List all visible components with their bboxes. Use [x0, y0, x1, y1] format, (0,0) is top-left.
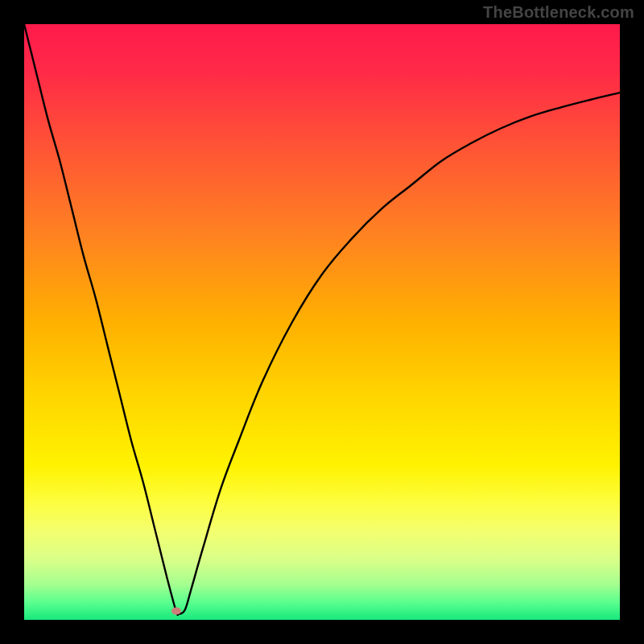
chart-frame: TheBottleneck.com — [0, 0, 644, 644]
plot-area — [24, 24, 620, 620]
watermark-text: TheBottleneck.com — [483, 3, 634, 22]
bottleneck-curve — [24, 24, 620, 620]
curve-path — [24, 24, 620, 615]
optimum-marker — [171, 607, 181, 614]
